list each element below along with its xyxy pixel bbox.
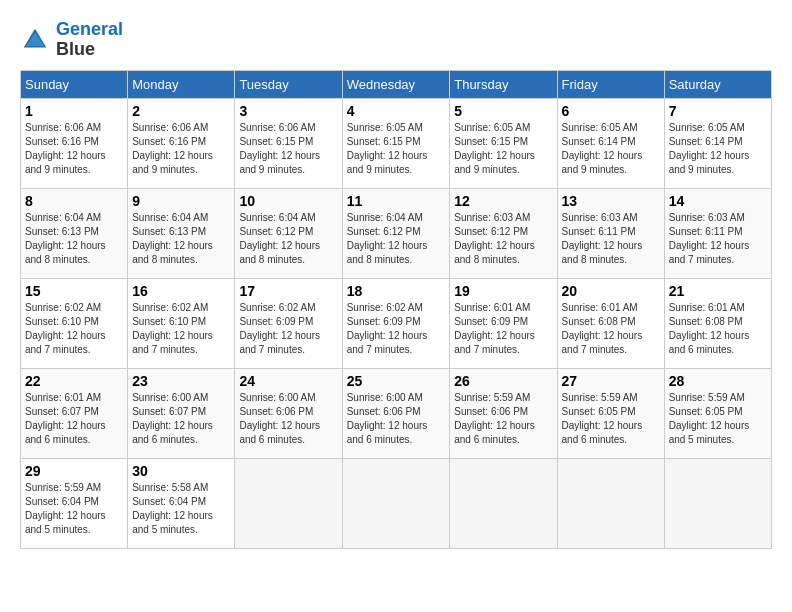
calendar-week-2: 8Sunrise: 6:04 AMSunset: 6:13 PMDaylight… — [21, 188, 772, 278]
calendar-cell — [664, 458, 771, 548]
calendar-cell: 12Sunrise: 6:03 AMSunset: 6:12 PMDayligh… — [450, 188, 557, 278]
day-number: 9 — [132, 193, 230, 209]
day-number: 21 — [669, 283, 767, 299]
calendar-cell: 4Sunrise: 6:05 AMSunset: 6:15 PMDaylight… — [342, 98, 450, 188]
day-number: 3 — [239, 103, 337, 119]
calendar-cell: 7Sunrise: 6:05 AMSunset: 6:14 PMDaylight… — [664, 98, 771, 188]
page-header: GeneralBlue — [20, 20, 772, 60]
calendar-cell: 3Sunrise: 6:06 AMSunset: 6:15 PMDaylight… — [235, 98, 342, 188]
calendar-cell: 2Sunrise: 6:06 AMSunset: 6:16 PMDaylight… — [128, 98, 235, 188]
day-number: 26 — [454, 373, 552, 389]
day-info: Sunrise: 6:01 AMSunset: 6:07 PMDaylight:… — [25, 392, 106, 445]
calendar-cell: 29Sunrise: 5:59 AMSunset: 6:04 PMDayligh… — [21, 458, 128, 548]
calendar-cell: 8Sunrise: 6:04 AMSunset: 6:13 PMDaylight… — [21, 188, 128, 278]
day-info: Sunrise: 6:03 AMSunset: 6:11 PMDaylight:… — [562, 212, 643, 265]
weekday-header-friday: Friday — [557, 70, 664, 98]
day-info: Sunrise: 5:59 AMSunset: 6:05 PMDaylight:… — [562, 392, 643, 445]
day-info: Sunrise: 6:06 AMSunset: 6:16 PMDaylight:… — [132, 122, 213, 175]
calendar-cell: 17Sunrise: 6:02 AMSunset: 6:09 PMDayligh… — [235, 278, 342, 368]
calendar-cell: 19Sunrise: 6:01 AMSunset: 6:09 PMDayligh… — [450, 278, 557, 368]
day-info: Sunrise: 6:05 AMSunset: 6:14 PMDaylight:… — [562, 122, 643, 175]
day-info: Sunrise: 6:02 AMSunset: 6:09 PMDaylight:… — [347, 302, 428, 355]
calendar-cell — [235, 458, 342, 548]
calendar-cell: 23Sunrise: 6:00 AMSunset: 6:07 PMDayligh… — [128, 368, 235, 458]
day-info: Sunrise: 5:59 AMSunset: 6:05 PMDaylight:… — [669, 392, 750, 445]
day-number: 28 — [669, 373, 767, 389]
day-info: Sunrise: 6:02 AMSunset: 6:10 PMDaylight:… — [25, 302, 106, 355]
day-info: Sunrise: 6:05 AMSunset: 6:15 PMDaylight:… — [347, 122, 428, 175]
calendar-week-3: 15Sunrise: 6:02 AMSunset: 6:10 PMDayligh… — [21, 278, 772, 368]
day-number: 6 — [562, 103, 660, 119]
calendar-cell — [342, 458, 450, 548]
day-number: 16 — [132, 283, 230, 299]
day-info: Sunrise: 6:05 AMSunset: 6:15 PMDaylight:… — [454, 122, 535, 175]
logo-icon — [20, 25, 50, 55]
day-number: 27 — [562, 373, 660, 389]
day-number: 23 — [132, 373, 230, 389]
day-number: 11 — [347, 193, 446, 209]
day-number: 20 — [562, 283, 660, 299]
calendar-cell: 16Sunrise: 6:02 AMSunset: 6:10 PMDayligh… — [128, 278, 235, 368]
calendar-cell: 11Sunrise: 6:04 AMSunset: 6:12 PMDayligh… — [342, 188, 450, 278]
day-number: 30 — [132, 463, 230, 479]
calendar-cell: 24Sunrise: 6:00 AMSunset: 6:06 PMDayligh… — [235, 368, 342, 458]
calendar-cell: 10Sunrise: 6:04 AMSunset: 6:12 PMDayligh… — [235, 188, 342, 278]
calendar-week-5: 29Sunrise: 5:59 AMSunset: 6:04 PMDayligh… — [21, 458, 772, 548]
day-number: 12 — [454, 193, 552, 209]
day-info: Sunrise: 6:03 AMSunset: 6:12 PMDaylight:… — [454, 212, 535, 265]
calendar-cell — [450, 458, 557, 548]
day-number: 7 — [669, 103, 767, 119]
day-number: 17 — [239, 283, 337, 299]
day-info: Sunrise: 6:04 AMSunset: 6:13 PMDaylight:… — [25, 212, 106, 265]
day-info: Sunrise: 6:02 AMSunset: 6:10 PMDaylight:… — [132, 302, 213, 355]
calendar-cell: 22Sunrise: 6:01 AMSunset: 6:07 PMDayligh… — [21, 368, 128, 458]
weekday-header-wednesday: Wednesday — [342, 70, 450, 98]
calendar-table: SundayMondayTuesdayWednesdayThursdayFrid… — [20, 70, 772, 549]
day-info: Sunrise: 6:00 AMSunset: 6:06 PMDaylight:… — [347, 392, 428, 445]
calendar-cell: 14Sunrise: 6:03 AMSunset: 6:11 PMDayligh… — [664, 188, 771, 278]
day-info: Sunrise: 6:02 AMSunset: 6:09 PMDaylight:… — [239, 302, 320, 355]
calendar-cell: 5Sunrise: 6:05 AMSunset: 6:15 PMDaylight… — [450, 98, 557, 188]
weekday-header-saturday: Saturday — [664, 70, 771, 98]
day-number: 29 — [25, 463, 123, 479]
day-info: Sunrise: 6:01 AMSunset: 6:08 PMDaylight:… — [562, 302, 643, 355]
day-number: 2 — [132, 103, 230, 119]
day-number: 18 — [347, 283, 446, 299]
day-number: 22 — [25, 373, 123, 389]
day-info: Sunrise: 6:03 AMSunset: 6:11 PMDaylight:… — [669, 212, 750, 265]
day-number: 24 — [239, 373, 337, 389]
day-info: Sunrise: 5:59 AMSunset: 6:04 PMDaylight:… — [25, 482, 106, 535]
day-number: 4 — [347, 103, 446, 119]
day-number: 15 — [25, 283, 123, 299]
calendar-week-4: 22Sunrise: 6:01 AMSunset: 6:07 PMDayligh… — [21, 368, 772, 458]
day-info: Sunrise: 6:06 AMSunset: 6:16 PMDaylight:… — [25, 122, 106, 175]
day-info: Sunrise: 6:04 AMSunset: 6:12 PMDaylight:… — [239, 212, 320, 265]
day-number: 19 — [454, 283, 552, 299]
day-info: Sunrise: 6:04 AMSunset: 6:12 PMDaylight:… — [347, 212, 428, 265]
logo: GeneralBlue — [20, 20, 123, 60]
calendar-cell: 18Sunrise: 6:02 AMSunset: 6:09 PMDayligh… — [342, 278, 450, 368]
calendar-cell: 9Sunrise: 6:04 AMSunset: 6:13 PMDaylight… — [128, 188, 235, 278]
weekday-header-tuesday: Tuesday — [235, 70, 342, 98]
day-number: 14 — [669, 193, 767, 209]
day-info: Sunrise: 6:00 AMSunset: 6:06 PMDaylight:… — [239, 392, 320, 445]
day-number: 8 — [25, 193, 123, 209]
day-info: Sunrise: 6:06 AMSunset: 6:15 PMDaylight:… — [239, 122, 320, 175]
day-number: 5 — [454, 103, 552, 119]
calendar-cell: 15Sunrise: 6:02 AMSunset: 6:10 PMDayligh… — [21, 278, 128, 368]
day-info: Sunrise: 6:05 AMSunset: 6:14 PMDaylight:… — [669, 122, 750, 175]
calendar-cell: 20Sunrise: 6:01 AMSunset: 6:08 PMDayligh… — [557, 278, 664, 368]
day-info: Sunrise: 6:00 AMSunset: 6:07 PMDaylight:… — [132, 392, 213, 445]
calendar-cell: 6Sunrise: 6:05 AMSunset: 6:14 PMDaylight… — [557, 98, 664, 188]
logo-text: GeneralBlue — [56, 20, 123, 60]
calendar-cell: 30Sunrise: 5:58 AMSunset: 6:04 PMDayligh… — [128, 458, 235, 548]
day-info: Sunrise: 6:04 AMSunset: 6:13 PMDaylight:… — [132, 212, 213, 265]
day-number: 25 — [347, 373, 446, 389]
calendar-week-1: 1Sunrise: 6:06 AMSunset: 6:16 PMDaylight… — [21, 98, 772, 188]
calendar-cell — [557, 458, 664, 548]
calendar-cell: 27Sunrise: 5:59 AMSunset: 6:05 PMDayligh… — [557, 368, 664, 458]
weekday-header-monday: Monday — [128, 70, 235, 98]
calendar-cell: 13Sunrise: 6:03 AMSunset: 6:11 PMDayligh… — [557, 188, 664, 278]
day-info: Sunrise: 6:01 AMSunset: 6:09 PMDaylight:… — [454, 302, 535, 355]
day-number: 1 — [25, 103, 123, 119]
